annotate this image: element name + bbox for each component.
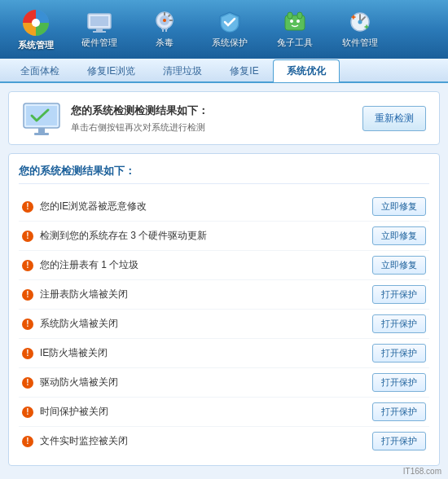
top-navigation: 系统管理 硬件管理	[0, 0, 448, 59]
results-section: 您的系统检测结果如下： ! 您的IE浏览器被恶意修改 立即修复 ! 检测到您的系…	[8, 153, 440, 466]
rabbit-icon	[282, 11, 308, 33]
svg-point-11	[163, 19, 166, 22]
result-row: ! 注册表防火墙被关闭 打开保护	[19, 280, 429, 310]
status-subtitle: 单击右侧按钮再次对系统进行检测	[71, 121, 209, 134]
result-text-4: 系统防火墙被关闭	[40, 317, 118, 331]
warn-icon-4: !	[22, 319, 33, 330]
warn-icon-0: !	[22, 201, 33, 213]
nav-hardware-label: 硬件管理	[81, 37, 117, 49]
result-text-2: 您的注册表有 1 个垃圾	[40, 258, 138, 272]
action-btn-6[interactable]: 打开保护	[372, 373, 426, 392]
warn-icon-5: !	[22, 348, 33, 359]
computer-icon	[22, 102, 61, 134]
tab-bar: 全面体检 修复IE浏览 清理垃圾 修复IE 系统优化	[0, 59, 448, 83]
svg-rect-5	[93, 31, 106, 33]
protect-icon	[217, 11, 243, 33]
nav-protect[interactable]: 系统保护	[199, 5, 261, 54]
action-btn-2[interactable]: 立即修复	[372, 256, 426, 275]
result-text-7: 时间保护被关闭	[40, 405, 108, 419]
result-row: ! 系统防火墙被关闭 打开保护	[19, 310, 429, 339]
action-btn-3[interactable]: 打开保护	[372, 285, 426, 304]
action-btn-4[interactable]: 打开保护	[372, 314, 426, 333]
result-rows: ! 您的IE浏览器被恶意修改 立即修复 ! 检测到您的系统存在 3 个硬件驱动更…	[19, 192, 429, 455]
result-text-3: 注册表防火墙被关闭	[40, 288, 128, 301]
tab-full[interactable]: 全面体检	[7, 59, 73, 82]
result-row: ! 检测到您的系统存在 3 个硬件驱动更新 立即修复	[19, 222, 429, 251]
svg-rect-25	[34, 133, 49, 135]
status-title: 您的系统检测检测结果如下：	[71, 103, 209, 118]
result-text-1: 检测到您的系统存在 3 个硬件驱动更新	[40, 229, 207, 243]
results-title: 您的系统检测结果如下：	[19, 164, 429, 184]
result-left-5: ! IE防火墙被关闭	[22, 346, 372, 360]
status-left: 您的系统检测检测结果如下： 单击右侧按钮再次对系统进行检测	[22, 102, 209, 134]
result-text-5: IE防火墙被关闭	[40, 346, 108, 360]
nav-protect-label: 系统保护	[212, 37, 248, 49]
result-row: ! 时间保护被关闭 打开保护	[19, 398, 429, 427]
nav-hardware[interactable]: 硬件管理	[68, 5, 130, 54]
result-left-2: ! 您的注册表有 1 个垃圾	[22, 258, 372, 272]
svg-point-19	[296, 20, 300, 23]
nav-rabbit[interactable]: 兔子工具	[264, 5, 326, 54]
svg-point-21	[358, 20, 362, 24]
result-row: ! 文件实时监控被关闭 打开保护	[19, 427, 429, 455]
kill-icon	[152, 11, 178, 33]
result-row: ! 驱动防火墙被关闭 打开保护	[19, 368, 429, 398]
warn-icon-8: !	[22, 436, 33, 447]
tab-optimize[interactable]: 系统优化	[273, 59, 340, 82]
result-text-8: 文件实时监控被关闭	[40, 434, 128, 448]
tab-repair-ie2[interactable]: 修复IE	[216, 59, 272, 82]
nav-kill[interactable]: 杀毒	[134, 5, 195, 54]
svg-rect-3	[90, 16, 108, 26]
result-text-0: 您的IE浏览器被恶意修改	[40, 200, 147, 213]
action-btn-1[interactable]: 立即修复	[372, 226, 426, 245]
watermark: IT168.com	[403, 467, 441, 476]
result-left-7: ! 时间保护被关闭	[22, 405, 372, 419]
tab-repair-ie[interactable]: 修复IE浏览	[73, 59, 149, 82]
action-btn-0[interactable]: 立即修复	[372, 197, 426, 216]
svg-point-18	[290, 20, 293, 23]
status-box: 您的系统检测检测结果如下： 单击右侧按钮再次对系统进行检测 重新检测	[8, 91, 440, 145]
nav-kill-label: 杀毒	[156, 37, 173, 49]
app-title: 系统管理	[18, 39, 54, 51]
hardware-icon	[86, 11, 112, 33]
action-btn-7[interactable]: 打开保护	[372, 402, 426, 421]
recheck-button[interactable]: 重新检测	[362, 106, 426, 131]
software-icon	[347, 11, 373, 33]
action-btn-8[interactable]: 打开保护	[372, 432, 426, 450]
result-left-0: ! 您的IE浏览器被恶意修改	[22, 200, 372, 213]
result-left-8: ! 文件实时监控被关闭	[22, 434, 372, 448]
warn-icon-7: !	[22, 406, 33, 418]
svg-rect-4	[96, 29, 103, 31]
svg-point-1	[32, 19, 40, 27]
nav-rabbit-label: 兔子工具	[277, 37, 313, 49]
result-row: ! 您的注册表有 1 个垃圾 立即修复	[19, 251, 429, 280]
svg-rect-17	[297, 12, 302, 19]
nav-software-label: 软件管理	[342, 37, 378, 49]
warn-icon-1: !	[22, 231, 33, 242]
tab-clean[interactable]: 清理垃圾	[149, 59, 216, 82]
result-left-4: ! 系统防火墙被关闭	[22, 317, 372, 331]
status-text: 您的系统检测检测结果如下： 单击右侧按钮再次对系统进行检测	[71, 103, 209, 134]
warn-icon-3: !	[22, 289, 33, 301]
svg-rect-16	[288, 12, 292, 19]
nav-software[interactable]: 软件管理	[329, 5, 391, 54]
result-left-6: ! 驱动防火墙被关闭	[22, 376, 372, 389]
result-text-6: 驱动防火墙被关闭	[40, 376, 118, 389]
app-logo: 系统管理	[7, 8, 65, 51]
svg-rect-24	[38, 128, 45, 133]
result-left-3: ! 注册表防火墙被关闭	[22, 288, 372, 301]
warn-icon-6: !	[22, 377, 33, 389]
result-row: ! 您的IE浏览器被恶意修改 立即修复	[19, 192, 429, 222]
logo-icon	[20, 8, 52, 37]
warn-icon-2: !	[22, 260, 33, 271]
main-content: 您的系统检测检测结果如下： 单击右侧按钮再次对系统进行检测 重新检测 您的系统检…	[0, 83, 448, 479]
result-row: ! IE防火墙被关闭 打开保护	[19, 339, 429, 368]
action-btn-5[interactable]: 打开保护	[372, 344, 426, 363]
result-left-1: ! 检测到您的系统存在 3 个硬件驱动更新	[22, 229, 372, 243]
